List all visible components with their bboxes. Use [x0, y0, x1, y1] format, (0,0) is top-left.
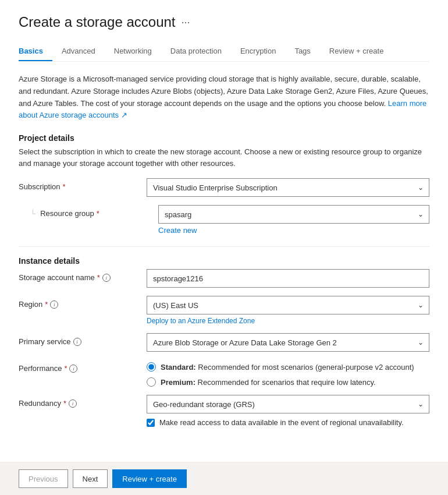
redundancy-row: Redundancy * i Geo-redundant storage (GR…: [19, 395, 429, 427]
storage-name-info-icon[interactable]: i: [102, 274, 111, 282]
project-details-description: Select the subscription in which to crea…: [19, 146, 429, 169]
region-select[interactable]: (US) East US: [147, 296, 429, 314]
performance-label: Performance * i: [19, 360, 147, 373]
tab-tags[interactable]: Tags: [285, 42, 319, 61]
performance-radio-group: Standard: Recommended for most scenarios…: [147, 360, 429, 387]
storage-account-name-control: [147, 269, 429, 288]
resource-group-row: └ Resource group * spasarg ⌄ Create new: [19, 205, 429, 235]
project-details-header: Project details: [19, 133, 429, 143]
region-row: Region * i (US) East US ⌄ Deploy to an A…: [19, 296, 429, 325]
performance-info-icon[interactable]: i: [69, 365, 77, 373]
tab-bar: Basics Advanced Networking Data protecti…: [19, 42, 429, 62]
region-control: (US) East US ⌄ Deploy to an Azure Extend…: [147, 296, 429, 325]
storage-name-required: *: [97, 273, 100, 282]
resource-group-label: └ Resource group *: [30, 205, 158, 218]
ellipsis-menu-icon[interactable]: ···: [182, 16, 190, 29]
footer: Previous Next Review + create: [0, 462, 448, 495]
tab-data-protection[interactable]: Data protection: [161, 42, 231, 61]
read-access-checkbox[interactable]: [147, 419, 155, 427]
page-description: Azure Storage is a Microsoft-managed ser…: [19, 73, 429, 122]
region-info-icon[interactable]: i: [50, 300, 58, 309]
tab-review-create[interactable]: Review + create: [320, 42, 393, 61]
primary-service-label: Primary service i: [19, 333, 147, 346]
tab-basics[interactable]: Basics: [19, 42, 52, 61]
redundancy-select[interactable]: Geo-redundant storage (GRS): [147, 395, 429, 413]
instance-details-header: Instance details: [19, 256, 429, 266]
create-new-resource-group-link[interactable]: Create new: [158, 226, 197, 235]
next-button[interactable]: Next: [73, 469, 108, 488]
performance-control: Standard: Recommended for most scenarios…: [147, 360, 429, 387]
subscription-label: Subscription *: [19, 178, 147, 191]
performance-required: *: [64, 364, 67, 373]
resource-group-select[interactable]: spasarg: [158, 205, 429, 224]
performance-row: Performance * i Standard: Recommended fo…: [19, 360, 429, 387]
performance-premium-radio[interactable]: [147, 377, 156, 387]
external-link-icon: ↗: [121, 111, 127, 119]
redundancy-checkbox-row: Make read access to data available in th…: [147, 418, 429, 427]
tab-networking[interactable]: Networking: [105, 42, 161, 61]
performance-standard-radio[interactable]: [147, 362, 156, 372]
extended-zone-link[interactable]: Deploy to an Azure Extended Zone: [147, 317, 255, 325]
previous-button[interactable]: Previous: [19, 469, 68, 488]
storage-account-name-input[interactable]: [147, 269, 429, 288]
read-access-checkbox-label: Make read access to data available in th…: [159, 418, 404, 427]
primary-service-select[interactable]: Azure Blob Storage or Azure Data Lake St…: [147, 333, 429, 352]
subscription-required: *: [63, 182, 66, 191]
subscription-select[interactable]: Visual Studio Enterprise Subscription: [147, 178, 429, 197]
redundancy-required: *: [63, 399, 66, 408]
performance-premium-label: Premium: Recommended for scenarios that …: [161, 378, 376, 387]
performance-premium-option[interactable]: Premium: Recommended for scenarios that …: [147, 377, 429, 387]
performance-standard-option[interactable]: Standard: Recommended for most scenarios…: [147, 362, 429, 372]
region-required: *: [45, 300, 48, 309]
tab-advanced[interactable]: Advanced: [52, 42, 105, 61]
page-title: Create a storage account: [19, 14, 176, 30]
storage-account-name-label: Storage account name * i: [19, 269, 147, 282]
performance-standard-label: Standard: Recommended for most scenarios…: [161, 363, 414, 372]
review-create-button[interactable]: Review + create: [112, 469, 187, 488]
resource-group-control: spasarg ⌄ Create new: [158, 205, 429, 235]
storage-account-name-row: Storage account name * i: [19, 269, 429, 288]
primary-service-info-icon[interactable]: i: [73, 338, 81, 346]
primary-service-control: Azure Blob Storage or Azure Data Lake St…: [147, 333, 429, 352]
redundancy-control: Geo-redundant storage (GRS) ⌄ Make read …: [147, 395, 429, 427]
redundancy-info-icon[interactable]: i: [69, 399, 77, 408]
instance-details-section: Instance details Storage account name * …: [19, 256, 429, 427]
resource-group-required: *: [97, 209, 99, 218]
redundancy-label: Redundancy * i: [19, 395, 147, 408]
primary-service-row: Primary service i Azure Blob Storage or …: [19, 333, 429, 352]
tab-encryption[interactable]: Encryption: [231, 42, 285, 61]
subscription-row: Subscription * Visual Studio Enterprise …: [19, 178, 429, 197]
region-label: Region * i: [19, 296, 147, 309]
subscription-control: Visual Studio Enterprise Subscription ⌄: [147, 178, 429, 197]
project-details-section: Project details Select the subscription …: [19, 133, 429, 235]
